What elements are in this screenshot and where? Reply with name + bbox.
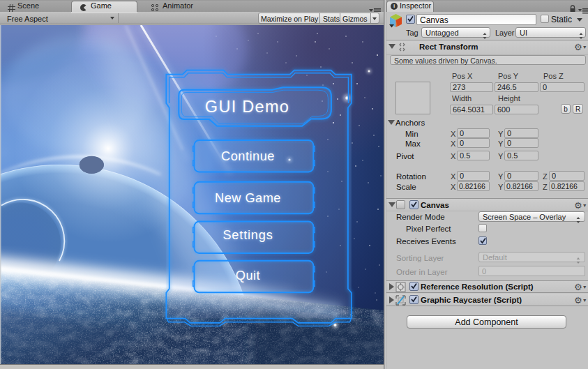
svg-text:GUI Demo: GUI Demo bbox=[205, 98, 289, 116]
svg-text:Settings: Settings bbox=[223, 228, 273, 242]
svg-text:Continue: Continue bbox=[221, 149, 275, 163]
svg-text:Quit: Quit bbox=[236, 269, 260, 283]
svg-text:New Game: New Game bbox=[215, 191, 281, 205]
